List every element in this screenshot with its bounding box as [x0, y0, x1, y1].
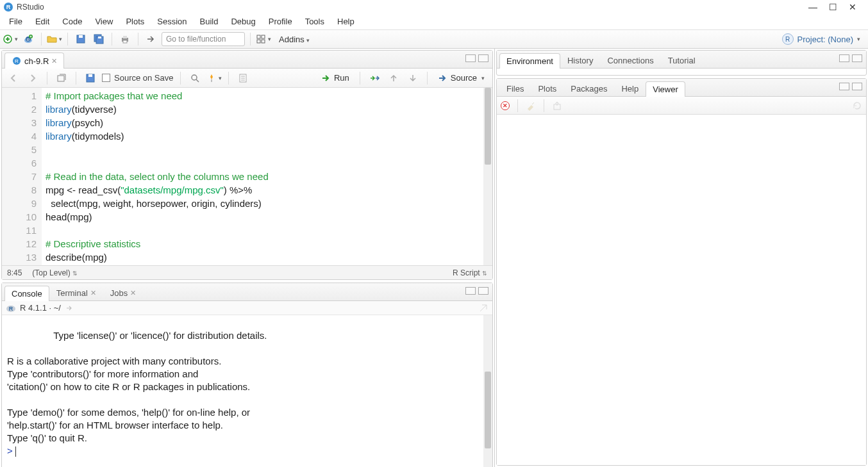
project-menu[interactable]: R Project: (None) ▾ — [782, 33, 865, 45]
code-tools-button[interactable] — [206, 71, 222, 85]
separator — [360, 72, 360, 85]
clear-console-icon[interactable] — [478, 303, 488, 313]
svg-rect-16 — [262, 40, 265, 43]
tab-tutorial[interactable]: Tutorial — [661, 53, 703, 68]
popout-icon[interactable] — [65, 303, 75, 313]
minimize-pane-button[interactable] — [839, 83, 849, 90]
goto-file-function-input[interactable]: Go to file/function — [162, 32, 245, 46]
tab-plots[interactable]: Plots — [531, 81, 563, 96]
source-arrow-icon — [438, 73, 448, 83]
svg-rect-21 — [88, 74, 92, 77]
svg-rect-14 — [262, 35, 265, 38]
console-infobar: R R 4.1.1 · ~/ — [2, 301, 492, 315]
source-toolbar: Source on Save Run — [2, 69, 492, 88]
console-scrollbar[interactable] — [483, 315, 492, 467]
minimize-pane-button[interactable] — [839, 54, 849, 62]
menu-profile[interactable]: Profile — [262, 15, 299, 28]
source-button[interactable]: Source — [434, 72, 488, 85]
menu-build[interactable]: Build — [194, 15, 225, 28]
separator — [517, 99, 518, 112]
separator — [41, 33, 42, 45]
maximize-pane-button[interactable] — [478, 54, 488, 62]
svg-text:R: R — [27, 38, 30, 42]
forward-button[interactable] — [25, 71, 40, 85]
new-file-button[interactable] — [3, 32, 18, 46]
tab-terminal[interactable]: Terminal✕ — [49, 285, 103, 300]
re-run-button[interactable] — [367, 71, 382, 85]
show-in-new-window-button[interactable] — [54, 71, 69, 85]
svg-rect-19 — [58, 76, 64, 81]
save-source-button[interactable] — [83, 71, 98, 85]
close-button[interactable]: ✕ — [849, 2, 856, 12]
print-button[interactable] — [117, 32, 133, 46]
tab-environment[interactable]: Environment — [499, 53, 560, 69]
maximize-pane-button[interactable] — [478, 287, 488, 295]
minimize-pane-button[interactable] — [465, 287, 476, 295]
svg-rect-9 — [98, 37, 101, 38]
maximize-pane-button[interactable] — [852, 54, 862, 62]
project-name: Project: (None) — [797, 35, 853, 44]
window-title: RStudio — [17, 3, 808, 12]
code-area[interactable]: # Import packages that we needlibrary(ti… — [42, 88, 492, 265]
cursor-position: 8:45 — [7, 268, 22, 277]
menu-tools[interactable]: Tools — [299, 15, 331, 28]
source-down-button[interactable] — [405, 71, 421, 85]
close-tab-icon[interactable]: ✕ — [51, 57, 57, 65]
tab-viewer[interactable]: Viewer — [646, 81, 685, 97]
tab-history[interactable]: History — [560, 53, 600, 68]
menu-code[interactable]: Code — [56, 15, 88, 28]
titlebar: R RStudio — ☐ ✕ — [0, 0, 868, 14]
svg-rect-13 — [257, 35, 260, 38]
r-project-icon: R — [782, 33, 794, 45]
menu-debug[interactable]: Debug — [224, 15, 262, 28]
menu-view[interactable]: View — [88, 15, 119, 28]
menu-session[interactable]: Session — [151, 15, 193, 28]
addins-menu[interactable]: Addins — [274, 33, 315, 45]
new-project-button[interactable]: R — [21, 32, 36, 46]
separator — [427, 72, 428, 85]
workspace-panes-button[interactable] — [256, 32, 271, 46]
open-file-button[interactable] — [47, 32, 62, 46]
go-to-button[interactable] — [144, 32, 159, 46]
compile-report-button[interactable] — [235, 71, 251, 85]
source-on-save-checkbox[interactable] — [102, 74, 110, 82]
find-replace-button[interactable] — [187, 71, 203, 85]
tab-help[interactable]: Help — [614, 81, 646, 96]
remove-viewer-button[interactable]: ✕ — [501, 101, 510, 110]
close-tab-icon[interactable]: ✕ — [90, 289, 96, 297]
minimize-pane-button[interactable] — [465, 54, 476, 62]
source-up-button[interactable] — [386, 71, 401, 85]
menu-help[interactable]: Help — [331, 15, 361, 28]
editor-scrollbar[interactable] — [483, 88, 492, 265]
menu-plots[interactable]: Plots — [119, 15, 151, 28]
tab-console[interactable]: Console — [4, 286, 49, 301]
save-all-button[interactable] — [91, 32, 106, 46]
refresh-icon[interactable] — [852, 101, 862, 111]
tab-connections[interactable]: Connections — [600, 53, 660, 68]
run-button[interactable]: Run — [317, 72, 353, 85]
file-type[interactable]: R Script ⇅ — [453, 268, 487, 277]
back-button[interactable] — [6, 71, 21, 85]
scope-selector[interactable]: (Top Level) ⇅ — [32, 268, 78, 277]
maximize-pane-button[interactable] — [852, 83, 862, 90]
broom-icon[interactable] — [526, 101, 536, 111]
svg-text:R: R — [9, 306, 13, 312]
menu-edit[interactable]: Edit — [29, 15, 56, 28]
console-output[interactable]: Type 'license()' or 'licence()' for dist… — [2, 315, 492, 467]
save-button[interactable] — [73, 32, 88, 46]
code-editor[interactable]: 12345678910111213 # Import packages that… — [2, 88, 492, 265]
tab-jobs[interactable]: Jobs✕ — [103, 285, 143, 300]
right-column: EnvironmentHistoryConnectionsTutorial Fi… — [495, 49, 868, 467]
menubar: FileEditCodeViewPlotsSessionBuildDebugPr… — [0, 14, 868, 29]
svg-rect-11 — [123, 36, 127, 38]
menu-file[interactable]: File — [3, 15, 29, 28]
minimize-button[interactable]: — — [808, 2, 817, 12]
close-tab-icon[interactable]: ✕ — [130, 289, 136, 297]
r-icon: R — [6, 303, 16, 313]
export-icon[interactable] — [552, 101, 562, 111]
console-prompt: > — [7, 445, 15, 456]
maximize-button[interactable]: ☐ — [829, 2, 837, 12]
tab-files[interactable]: Files — [499, 81, 531, 96]
source-tab[interactable]: R ch-9.R ✕ — [4, 53, 64, 69]
tab-packages[interactable]: Packages — [563, 81, 614, 96]
